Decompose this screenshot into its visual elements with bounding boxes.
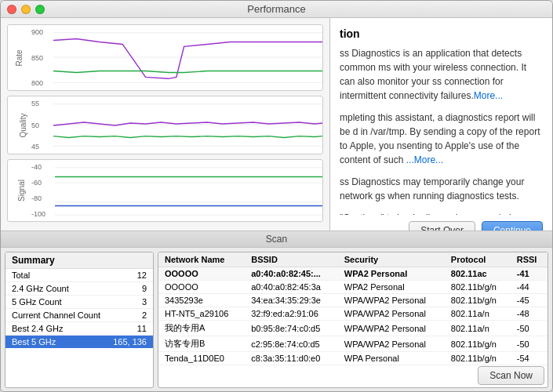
scan-section: Scan Summary Total 12 2.4 GHz Count 9 5 …: [1, 230, 552, 391]
rate-chart-svg: [53, 25, 322, 90]
network-bssid: c2:95:8e:74:c0:d5: [245, 336, 338, 352]
more-link-1[interactable]: More...: [474, 90, 503, 101]
table-row: HT-NT5_a29106 32:f9:ed:a2:91:06 WPA/WPA2…: [158, 307, 548, 321]
summary-row-channel: Current Channel Count 2: [5, 309, 153, 322]
network-name: 访客专用B: [158, 336, 245, 352]
title-bar: Performance: [1, 1, 552, 18]
network-rssi: -50: [511, 336, 548, 352]
best5-label: Best 5 GHz: [12, 337, 56, 347]
network-security: WPA/WPA2 Personal: [338, 294, 445, 307]
network-security: WPA2 Personal: [338, 267, 445, 281]
network-protocol: 802.11b/g/n: [445, 281, 511, 294]
table-row: 3435293e 34:ea:34:35:29:3e WPA/WPA2 Pers…: [158, 294, 548, 307]
network-rssi: -41: [511, 267, 548, 281]
network-name: 3435293e: [158, 294, 245, 307]
window-title: Performance: [247, 3, 305, 15]
network-security: WPA/WPA2 Personal: [338, 321, 445, 336]
scan-btn-area: Scan Now: [478, 366, 544, 385]
summary-header: Summary: [5, 252, 153, 269]
rate-label: Rate: [15, 49, 24, 66]
summary-row-total: Total 12: [5, 269, 153, 282]
col-name: Network Name: [158, 252, 245, 267]
network-protocol: 802.11b/g/n: [445, 294, 511, 307]
scan-now-button[interactable]: Scan Now: [478, 366, 544, 385]
network-rssi: -48: [511, 307, 548, 321]
table-row: 访客专用B c2:95:8e:74:c0:d5 WPA/WPA2 Persona…: [158, 336, 548, 352]
best5-value: 165, 136: [113, 337, 147, 347]
scan-header: Scan: [1, 231, 552, 248]
rate-y2: 850: [31, 54, 52, 62]
network-bssid: a0:40:a0:82:45:...: [245, 267, 338, 281]
quality-y2: 50: [31, 122, 52, 129]
info-title: tion: [340, 27, 543, 40]
network-bssid: a0:40:a0:82:45:3a: [245, 281, 338, 294]
network-name: OOOOO: [158, 281, 245, 294]
quality-y1: 55: [31, 100, 52, 107]
channel-value: 2: [142, 310, 147, 320]
more-link-2[interactable]: ...More...: [406, 154, 443, 165]
network-rssi: -44: [511, 281, 548, 294]
channel-label: Current Channel Count: [12, 310, 100, 320]
close-button[interactable]: [7, 5, 16, 14]
quality-chart: Quality 55 50 45: [7, 96, 323, 154]
24ghz-label: 2.4 GHz Count: [12, 284, 69, 293]
24ghz-value: 9: [142, 284, 147, 293]
network-bssid: 34:ea:34:35:29:3e: [245, 294, 338, 307]
info-para-4: "Continue" to begin diagnosing your wire…: [340, 211, 543, 215]
best24-value: 11: [137, 324, 147, 333]
summary-row-5ghz: 5 GHz Count 3: [5, 296, 153, 309]
networks-header-row: Network Name BSSID Security Protocol RSS…: [158, 252, 548, 267]
networks-table: Network Name BSSID Security Protocol RSS…: [158, 252, 548, 365]
table-row: OOOOO a0:40:a0:82:45:... WPA2 Personal 8…: [158, 267, 548, 281]
maximize-button[interactable]: [35, 5, 45, 14]
network-name: HT-NT5_a29106: [158, 307, 245, 321]
network-rssi: -45: [511, 294, 548, 307]
info-para-2: mpleting this assistant, a diagnostics r…: [340, 111, 543, 167]
total-label: Total: [12, 270, 30, 280]
network-protocol: 802.11a/n: [445, 321, 511, 336]
info-para-1: ss Diagnostics is an application that de…: [340, 46, 543, 103]
col-protocol: Protocol: [445, 252, 511, 267]
signal-label: Signal: [17, 180, 26, 201]
table-row: 我的专用A b0:95:8e:74:c0:d5 WPA/WPA2 Persona…: [158, 321, 548, 336]
network-security: WPA2 Personal: [338, 281, 445, 294]
network-protocol: 802.11b/g/n: [445, 336, 511, 352]
signal-chart-svg: [55, 160, 322, 221]
summary-rows: Total 12 2.4 GHz Count 9 5 GHz Count 3 C…: [5, 269, 153, 348]
network-bssid: c8:3a:35:11:d0:e0: [245, 352, 338, 365]
info-para-3: ss Diagnostics may temporarily change yo…: [340, 175, 543, 203]
top-section: Rate 900 850 800: [1, 18, 552, 249]
scan-title: Scan: [266, 234, 287, 245]
rate-y3: 800: [31, 79, 52, 87]
quality-chart-svg: [53, 96, 322, 154]
network-rssi: -54: [511, 352, 548, 365]
networks-table-body: OOOOO a0:40:a0:82:45:... WPA2 Personal 8…: [158, 267, 548, 365]
minimize-button[interactable]: [21, 5, 31, 14]
signal-y3: -80: [31, 194, 53, 202]
charts-area: Rate 900 850 800: [1, 18, 329, 230]
table-row: OOOOO a0:40:a0:82:45:3a WPA2 Personal 80…: [158, 281, 548, 294]
network-name: OOOOO: [158, 267, 245, 281]
table-row: Tenda_11D0E0 c8:3a:35:11:d0:e0 WPA Perso…: [158, 352, 548, 365]
summary-row-best5: Best 5 GHz 165, 136: [5, 336, 153, 348]
networks-table-header: Network Name BSSID Security Protocol RSS…: [158, 252, 548, 267]
summary-panel: Summary Total 12 2.4 GHz Count 9 5 GHz C…: [5, 252, 154, 388]
info-text: ss Diagnostics is an application that de…: [340, 46, 543, 215]
rate-chart: Rate 900 850 800: [7, 24, 323, 91]
network-name: 我的专用A: [158, 321, 245, 336]
performance-panel: Rate 900 850 800: [1, 18, 330, 249]
5ghz-label: 5 GHz Count: [12, 297, 62, 307]
signal-chart: Signal -40 -60 -80 -100: [7, 159, 323, 222]
total-value: 12: [137, 270, 147, 280]
window-controls: [7, 5, 45, 14]
quality-y3: 45: [31, 143, 52, 151]
network-security: WPA/WPA2 Personal: [338, 336, 445, 352]
app-window: Performance Rate 900 850 800: [0, 0, 553, 392]
network-protocol: 802.11b/g/n: [445, 352, 511, 365]
network-name: Tenda_11D0E0: [158, 352, 245, 365]
network-rssi: -50: [511, 321, 548, 336]
col-rssi: RSSI: [511, 252, 548, 267]
network-security: WPA Personal: [338, 352, 445, 365]
rate-y1: 900: [31, 28, 52, 36]
network-security: WPA/WPA2 Personal: [338, 307, 445, 321]
